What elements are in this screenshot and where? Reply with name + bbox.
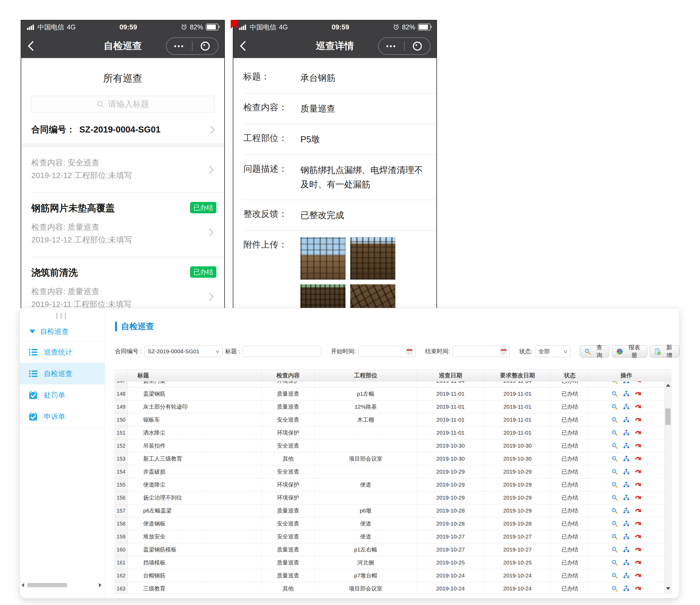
flow-sitemap-icon[interactable] — [623, 382, 630, 384]
view-magnifier-icon[interactable] — [611, 468, 618, 475]
return-arrow-icon[interactable] — [634, 572, 642, 579]
table-row[interactable]: 155 便道降尘 环境保护 便道 2019-10-29 2019-10-29 已… — [115, 478, 671, 491]
flow-sitemap-icon[interactable] — [623, 416, 630, 423]
title-input[interactable] — [243, 346, 321, 357]
flow-sitemap-icon[interactable] — [623, 533, 630, 540]
flow-sitemap-icon[interactable] — [623, 442, 630, 449]
flow-sitemap-icon[interactable] — [623, 546, 630, 553]
flow-sitemap-icon[interactable] — [623, 520, 630, 527]
scroll-left-icon[interactable] — [22, 583, 24, 587]
calendar-icon[interactable] — [500, 348, 507, 355]
sidebar-item-patrol-stats[interactable]: 巡查统计 — [20, 342, 105, 363]
scroll-down-icon[interactable] — [666, 587, 670, 590]
table-row[interactable]: 162 台帽钢筋 质量巡查 p7墩台帽 2019-10-24 2019-10-2… — [115, 569, 671, 582]
table-row[interactable]: 159 堆放安全 安全巡查 便道 2019-10-27 2019-10-27 已… — [115, 530, 671, 543]
view-magnifier-icon[interactable] — [611, 572, 618, 579]
return-arrow-icon[interactable] — [634, 520, 642, 527]
return-arrow-icon[interactable] — [634, 507, 642, 514]
return-arrow-icon[interactable] — [634, 403, 642, 410]
wechat-capsule[interactable]: ••• — [166, 37, 219, 55]
table-row[interactable]: 157 p6左幅盖梁 质量巡查 p6墩 2019-10-28 2019-10-2… — [115, 504, 671, 517]
scroll-right-icon[interactable] — [99, 583, 102, 587]
return-arrow-icon[interactable] — [634, 559, 642, 566]
more-icon[interactable]: ••• — [379, 42, 404, 50]
flow-sitemap-icon[interactable] — [623, 494, 630, 501]
view-magnifier-icon[interactable] — [611, 416, 618, 423]
return-arrow-icon[interactable] — [634, 481, 642, 488]
return-arrow-icon[interactable] — [634, 494, 642, 501]
scrollbar-thumb[interactable] — [27, 583, 67, 587]
report-book-button[interactable]: 报表册 — [612, 345, 647, 358]
table-row[interactable]: 152 吊装扣件 安全巡查 2019-10-30 2019-10-30 已办结 — [115, 439, 671, 452]
view-magnifier-icon[interactable] — [611, 390, 618, 397]
view-magnifier-icon[interactable] — [611, 429, 618, 436]
inspection-list-item[interactable]: 钢筋网片未垫高覆盖 已办结 检查内容: 质量巡查 2019-12-12 工程部位… — [21, 193, 224, 257]
table-row[interactable]: 150 锯板车 安全巡查 木工棚 2019-11-01 2019-11-01 已… — [115, 413, 671, 426]
flow-sitemap-icon[interactable] — [623, 481, 630, 488]
table-row[interactable]: 153 新工人三级教育 其他 项目部会议室 2019-10-30 2019-10… — [115, 452, 671, 465]
wechat-capsule[interactable]: ••• — [378, 37, 431, 55]
minimize-icon[interactable] — [405, 42, 430, 51]
query-button[interactable]: 查询 — [580, 345, 609, 358]
more-icon[interactable]: ••• — [167, 42, 192, 50]
sidebar-resize-handle[interactable]: ||| — [20, 311, 105, 320]
table-row[interactable]: 151 洒水降尘 环境保护 2019-11-01 2019-11-01 已办结 — [115, 426, 671, 439]
attachment-photo[interactable] — [300, 237, 346, 280]
table-row[interactable]: 163 三级教育 其他 项目部会议室 2019-10-24 2019-10-24… — [115, 582, 671, 594]
return-arrow-icon[interactable] — [634, 416, 642, 423]
flow-sitemap-icon[interactable] — [623, 390, 630, 397]
sidebar-item-self-inspection[interactable]: 自检巡查 — [20, 363, 105, 385]
table-row[interactable]: 147 扬尘污染 环境保护 2019-11-04 2019-11-04 已办结 — [115, 382, 671, 388]
sidebar-item-appeal-ticket[interactable]: 申诉单 — [20, 406, 105, 427]
view-magnifier-icon[interactable] — [611, 442, 618, 449]
attachment-photo[interactable] — [350, 237, 395, 280]
table-row[interactable]: 158 便道钢板 安全巡查 便道 2019-10-28 2019-10-28 已… — [115, 517, 671, 530]
return-arrow-icon[interactable] — [634, 382, 642, 384]
sidebar-item-penalty-ticket[interactable]: 处罚单 — [20, 385, 105, 406]
minimize-icon[interactable] — [193, 42, 218, 51]
table-vertical-scrollbar[interactable] — [665, 381, 671, 593]
search-input[interactable]: 请输入标题 — [31, 96, 215, 113]
return-arrow-icon[interactable] — [634, 390, 642, 397]
flow-sitemap-icon[interactable] — [623, 572, 630, 579]
view-magnifier-icon[interactable] — [611, 481, 618, 488]
flow-sitemap-icon[interactable] — [623, 403, 630, 410]
flow-sitemap-icon[interactable] — [623, 559, 630, 566]
sidebar-horizontal-scrollbar[interactable] — [22, 582, 102, 588]
table-row[interactable]: 156 扬尘治理不到位 环境保护 2019-10-29 2019-10-29 已… — [115, 491, 671, 504]
return-arrow-icon[interactable] — [634, 468, 642, 475]
view-magnifier-icon[interactable] — [611, 533, 618, 540]
flow-sitemap-icon[interactable] — [623, 429, 630, 436]
scroll-up-icon[interactable] — [666, 384, 670, 387]
view-magnifier-icon[interactable] — [611, 507, 618, 514]
sidebar-root-item[interactable]: 自检巡查 — [20, 322, 105, 342]
contract-select[interactable]: SZ-2019-0004-SG01 ∨ — [144, 346, 222, 357]
return-arrow-icon[interactable] — [634, 429, 642, 436]
add-new-button[interactable]: 新增 — [650, 345, 679, 358]
scrollbar-thumb[interactable] — [665, 409, 671, 425]
view-magnifier-icon[interactable] — [611, 403, 618, 410]
return-arrow-icon[interactable] — [634, 455, 642, 462]
flow-sitemap-icon[interactable] — [623, 468, 630, 475]
view-magnifier-icon[interactable] — [611, 494, 618, 501]
view-magnifier-icon[interactable] — [611, 585, 618, 592]
table-row[interactable]: 161 挡墙模板 质量巡查 河北侧 2019-10-25 2019-10-25 … — [115, 556, 671, 569]
view-magnifier-icon[interactable] — [611, 455, 618, 462]
inspection-list-item[interactable]: 检查内容: 安全巡查 2019-12-12 工程部位:未填写 — [21, 147, 224, 192]
view-magnifier-icon[interactable] — [611, 382, 618, 384]
flow-sitemap-icon[interactable] — [623, 507, 630, 514]
view-magnifier-icon[interactable] — [611, 559, 618, 566]
return-arrow-icon[interactable] — [634, 546, 642, 553]
view-magnifier-icon[interactable] — [611, 520, 618, 527]
view-magnifier-icon[interactable] — [611, 546, 618, 553]
return-arrow-icon[interactable] — [634, 442, 642, 449]
table-row[interactable]: 149 灰土部分有轮迹印 质量巡查 12%路基 2019-11-01 2019-… — [115, 400, 671, 413]
flow-sitemap-icon[interactable] — [623, 585, 630, 592]
flow-sitemap-icon[interactable] — [623, 455, 630, 462]
table-row[interactable]: 148 盖梁钢筋 质量巡查 p1左幅 2019-11-01 2019-11-01… — [115, 388, 671, 400]
calendar-icon[interactable] — [406, 348, 413, 355]
table-row[interactable]: 154 井盖破损 安全巡查 2019-10-29 2019-10-29 已办结 — [115, 465, 671, 478]
return-arrow-icon[interactable] — [634, 585, 642, 592]
contract-filter-row[interactable]: 合同编号：SZ-2019-0004-SG01 — [21, 122, 224, 143]
table-row[interactable]: 160 盖梁钢筋模板 质量巡查 p1左右幅 2019-10-27 2019-10… — [115, 543, 671, 556]
